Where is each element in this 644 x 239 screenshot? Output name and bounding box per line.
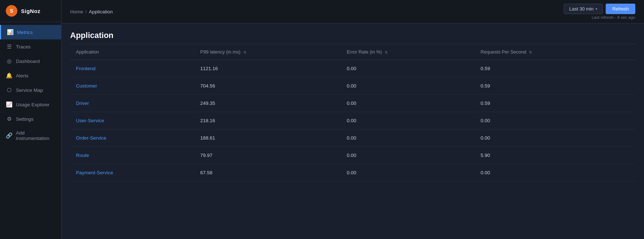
sidebar-item-alerts-label: Alerts [16,73,29,78]
table-row: User-Service218.160.000.00 [70,112,635,129]
last-refresh-text: Last refresh - 8 sec ago [592,15,635,20]
p99-cell: 704.56 [195,77,341,95]
app-name-cell: Order-Service [70,129,195,147]
col-p99-sort-icon: ⇅ [243,50,246,54]
metrics-icon: 📊 [7,29,13,35]
sidebar-item-usage-explorer[interactable]: 📈 Usage Explorer [0,97,61,112]
applications-table: Application P99 latency (in ms) ⇅ Error … [70,44,635,182]
breadcrumb-home[interactable]: Home [70,9,83,14]
sidebar: S SigNoz 📊 Metrics ☰ Traces ◎ Dashboard … [0,0,61,239]
logo-letter: S [10,8,13,14]
p99-cell: 1121.16 [195,60,341,77]
dashboard-icon: ◎ [6,58,12,64]
applications-table-container: Application P99 latency (in ms) ⇅ Error … [61,44,644,182]
app-logo-icon: S [6,5,17,17]
table-row: Order-Service188.610.000.00 [70,129,635,147]
sidebar-item-service-map[interactable]: ⬡ Service Map [0,83,61,97]
sidebar-item-metrics-label: Metrics [17,30,33,35]
page-title-area: Application [61,24,644,44]
sidebar-nav: 📊 Metrics ☰ Traces ◎ Dashboard 🔔 Alerts … [0,22,61,239]
sidebar-logo: S SigNoz [0,0,61,22]
error-rate-cell: 0.00 [341,147,475,164]
sidebar-item-traces-label: Traces [16,44,31,50]
app-name-cell: Frontend [70,60,195,77]
sidebar-item-traces[interactable]: ☰ Traces [0,39,61,54]
breadcrumb-separator: / [85,9,87,14]
col-error-rate[interactable]: Error Rate (in %) ⇅ [341,44,475,60]
sidebar-item-metrics[interactable]: 📊 Metrics [0,25,61,39]
col-p99[interactable]: P99 latency (in ms) ⇅ [195,44,341,60]
app-name-link[interactable]: Driver [76,101,89,106]
rps-cell: 0.59 [475,60,635,77]
col-application[interactable]: Application [70,44,195,60]
rps-cell: 0.00 [475,112,635,129]
error-rate-cell: 0.00 [341,95,475,112]
app-name-link[interactable]: Order-Service [76,135,106,141]
topbar-right: Last 30 min ▾ Refresh Last refresh - 8 s… [564,4,635,20]
breadcrumb: Home / Application [70,9,113,14]
sidebar-item-usage-explorer-label: Usage Explorer [16,102,50,107]
rps-cell: 0.59 [475,77,635,95]
content-area: Application Application P99 latency (in … [61,24,644,239]
add-instrumentation-icon: 🔗 [6,132,12,139]
sidebar-item-alerts[interactable]: 🔔 Alerts [0,68,61,83]
p99-cell: 79.97 [195,147,341,164]
sidebar-item-dashboard-label: Dashboard [16,59,40,64]
sidebar-item-add-instrumentation-label: Add instrumentation [16,130,55,141]
error-rate-cell: 0.00 [341,164,475,182]
rps-cell: 0.59 [475,95,635,112]
sidebar-item-service-map-label: Service Map [16,88,43,93]
app-name-link[interactable]: Frontend [76,66,95,71]
time-range-selector[interactable]: Last 30 min ▾ [564,4,603,14]
app-name-cell: Driver [70,95,195,112]
error-rate-cell: 0.00 [341,77,475,95]
app-name: SigNoz [21,8,40,14]
sidebar-item-settings[interactable]: ⚙ Settings [0,112,61,126]
page-title: Application [70,31,635,40]
p99-cell: 67.58 [195,164,341,182]
table-row: Frontend1121.160.000.59 [70,60,635,77]
col-p99-label: P99 latency (in ms) [200,49,240,55]
app-name-cell: Customer [70,77,195,95]
breadcrumb-current: Application [89,9,113,14]
col-rps-sort-icon: ⇅ [529,50,532,54]
table-row: Route79.970.005.90 [70,147,635,164]
app-name-link[interactable]: User-Service [76,118,104,123]
time-range-label: Last 30 min [569,6,593,12]
alerts-icon: 🔔 [6,72,12,79]
table-row: Customer704.560.000.59 [70,77,635,95]
table-row: Driver249.350.000.59 [70,95,635,112]
sidebar-item-settings-label: Settings [16,116,34,122]
app-name-cell: User-Service [70,112,195,129]
app-name-link[interactable]: Payment-Service [76,170,113,175]
service-map-icon: ⬡ [6,87,12,93]
refresh-button[interactable]: Refresh [606,4,635,14]
app-name-cell: Route [70,147,195,164]
col-rps[interactable]: Requests Per Second ⇅ [475,44,635,60]
sidebar-item-dashboard[interactable]: ◎ Dashboard [0,54,61,68]
app-name-link[interactable]: Route [76,153,89,158]
rps-cell: 0.00 [475,164,635,182]
app-name-link[interactable]: Customer [76,83,97,89]
topbar: Home / Application Last 30 min ▾ Refresh… [61,0,644,24]
p99-cell: 218.16 [195,112,341,129]
rps-cell: 0.00 [475,129,635,147]
chevron-down-icon: ▾ [596,7,597,11]
error-rate-cell: 0.00 [341,60,475,77]
col-application-label: Application [76,49,99,55]
rps-cell: 5.90 [475,147,635,164]
table-header: Application P99 latency (in ms) ⇅ Error … [70,44,635,60]
error-rate-cell: 0.00 [341,112,475,129]
table-body: Frontend1121.160.000.59Customer704.560.0… [70,60,635,182]
col-rps-label: Requests Per Second [481,49,526,55]
main-content: Home / Application Last 30 min ▾ Refresh… [61,0,644,239]
p99-cell: 188.61 [195,129,341,147]
col-error-rate-label: Error Rate (in %) [347,49,382,55]
table-row: Payment-Service67.580.000.00 [70,164,635,182]
usage-explorer-icon: 📈 [6,101,12,108]
col-error-rate-sort-icon: ⇅ [385,50,388,54]
settings-icon: ⚙ [6,116,12,122]
sidebar-item-add-instrumentation[interactable]: 🔗 Add instrumentation [0,126,61,145]
app-name-cell: Payment-Service [70,164,195,182]
p99-cell: 249.35 [195,95,341,112]
